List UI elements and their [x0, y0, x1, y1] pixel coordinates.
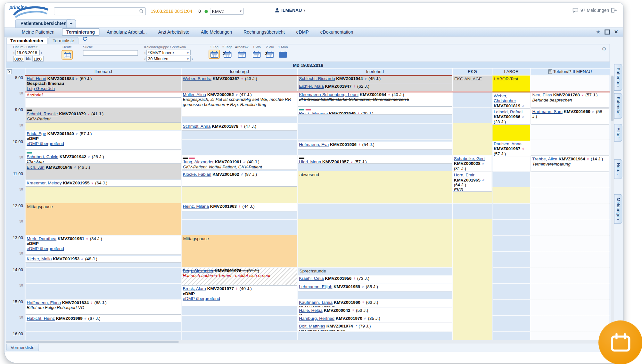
column-header-telefon-p-ilmenau[interactable]: Telefon/P-ILMENAU	[530, 69, 609, 75]
patient-link[interactable]: Habicht, Heinz	[27, 316, 55, 320]
patient-link[interactable]: Eich, Juri	[27, 165, 44, 169]
menu-item-arzt-arbeitsliste[interactable]: Arzt Arbeitsliste	[152, 29, 195, 36]
side-tab-neu[interactable]: Neu...	[614, 159, 622, 179]
favorite-icon[interactable]: ★	[596, 29, 601, 35]
patient-link[interactable]: Horn, Emir	[454, 172, 474, 177]
patient-link[interactable]: Lehmaenn, Elijah	[299, 284, 332, 289]
appointment-schubert-calvin[interactable]: Schubert, Calvin KMVZ001942 ♂ (28 J.)Che…	[25, 150, 181, 164]
menu-item-edmp[interactable]: eDMP	[291, 29, 315, 36]
appointment-habicht-heinz[interactable]: Habicht, Heinz KMVZ001969 ♂ (67 J.)	[25, 315, 181, 322]
view-1-wo-button[interactable]	[251, 50, 262, 59]
scrollbar-thumb[interactable]	[6, 341, 178, 343]
side-tab-patienten[interactable]: Patienten	[614, 64, 622, 91]
side-tab-meldungen[interactable]: Meldungen	[614, 194, 622, 223]
tab-patientenuebersichten[interactable]: Patientenübersichten	[15, 19, 72, 28]
appointment-klocke-fabian[interactable]: Klocke, Fabian KMVZ001962 ♂ (87 J.)	[182, 171, 297, 187]
appointment-schlecht-riccardo[interactable]: Schlecht, Riccardo KMVZ001944 ♂ (45 J.)	[298, 76, 452, 83]
column-iserlohn-i[interactable]: abwesendSprechstundeSchlecht, Riccardo K…	[297, 75, 452, 340]
appointment-kaufmann-tamia[interactable]: Kaufmann, Tamia KMVZ001960 ♀ (63 J.)NEU …	[298, 299, 452, 308]
appointment-trebbe-alica[interactable]: Trebbe, Alica KMVZ001964 ♀ (14 J.)Termin…	[531, 156, 609, 172]
patient-link[interactable]: Kleemaenn-Schoenberg, Leoni	[299, 92, 358, 97]
refresh-icon[interactable]	[82, 36, 87, 43]
today-button[interactable]	[62, 50, 73, 59]
appointment-neu-elias[interactable]: Neu, Elias KMVZ001768 ♀ (57 J.)Befunde b…	[531, 92, 609, 108]
calendar-group-select[interactable]: *KMVZ Innere∨	[146, 50, 191, 55]
subtab-terminliste[interactable]: Terminliste	[48, 37, 78, 44]
view-2-wo-button[interactable]: 2	[264, 50, 276, 59]
appointment-eich-juri[interactable]: Eich, Juri KMVZ001946 ♂ (46 J.)	[25, 164, 181, 179]
appointment-hamburg-herfried[interactable]: Hamburg, Herfried KMVZ001970 ♂ (35 J.)	[298, 315, 452, 323]
patient-link[interactable]: Schabulke, Gert	[454, 156, 485, 161]
appointment-weber-sandra[interactable]: Weber, Sandra KMVZ000367 ♀ (43 J.)	[182, 76, 297, 91]
add-tab-button[interactable]: +	[66, 19, 76, 28]
appointment-jung-alexander[interactable]: Jung, Alexander KMVZ001961 ♂ (40 J.)GKV-…	[182, 156, 297, 170]
patient-link[interactable]: Bolt, Matthias	[299, 323, 325, 328]
column-header-ekg[interactable]: EKG	[452, 69, 492, 75]
appointment-hof-henri[interactable]: Hof, Henri KMVZ001884 ♂ (69 J.)Gespräch …	[25, 76, 181, 91]
patient-link[interactable]: Kaufmann, Tamia	[299, 300, 333, 304]
appointment-heinz-milana[interactable]: Heinz, Milana KMVZ001963 ♀ (44 J.)	[182, 203, 297, 212]
patient-link[interactable]: Schubert, Calvin	[27, 154, 58, 159]
patient-link[interactable]: Paulsen, Anna	[494, 141, 522, 146]
patient-link[interactable]: Frick, Ege	[27, 131, 46, 136]
column-header-ilmenau-i[interactable]: Ilmenau.I	[25, 69, 181, 75]
menu-item-meine-patienten[interactable]: Meine Patienten	[16, 29, 60, 36]
patient-link[interactable]: Neu, Elias	[532, 92, 552, 97]
group-prev-button[interactable]: ‹	[144, 50, 145, 55]
patient-link[interactable]: Halle, Helga	[299, 308, 322, 313]
patient-link[interactable]: Müller, Alina	[183, 92, 206, 97]
appointment-merk-dorothea[interactable]: Merk, Dorothea KMVZ001951 ♀ (34 J.)eDMPe…	[25, 236, 181, 255]
patient-link[interactable]: Leibold, Rafael	[494, 109, 523, 114]
new-appointment-fab[interactable]	[598, 320, 642, 364]
patient-link[interactable]: Hofmaenn, Eva	[299, 142, 329, 147]
expand-gutter-button[interactable]	[7, 69, 12, 74]
patient-link[interactable]: Hof, Henri	[27, 76, 46, 81]
appointment-lehmaenn-elijah[interactable]: Lehmaenn, Elijah KMVZ001959 ♂ (85 J.)	[298, 284, 452, 291]
patient-link[interactable]: Schmid, Rosalie	[27, 111, 58, 116]
appointment-weber-christopher[interactable]: Weber, Christopher KMVZ001819 ♂ (28 J.)	[492, 93, 530, 109]
close-icon[interactable]: ✕	[614, 29, 618, 35]
patient-link[interactable]: Weber, Sandra	[183, 76, 212, 81]
maximize-icon[interactable]	[605, 29, 610, 34]
appointment-rieck-meryem[interactable]: Rieck, Meryem KMVZ001949 ♀ (20 J.)	[298, 107, 452, 115]
appointment-kleber-mailo[interactable]: Kleber, Mailo KMVZ001953 ♂ (48 J.)	[25, 256, 181, 263]
patient-link[interactable]: Kraeemer, Melody	[27, 180, 62, 185]
side-tab-kalender[interactable]: Kalender	[614, 93, 622, 119]
menu-item-ambulanz-arbeitsl[interactable]: Ambulanz Arbeitsl...	[101, 29, 152, 36]
vertical-scrollbar[interactable]	[611, 75, 614, 340]
appointment-arztbrief[interactable]: Arztbrief	[25, 92, 181, 98]
appointment-schabulke-gert[interactable]: Schabulke, Gert KMVZ000028 ♂ (81 J.)	[453, 156, 492, 172]
date-prev-button[interactable]: ‹	[13, 50, 14, 55]
time-to-input[interactable]	[32, 56, 44, 61]
patient-link[interactable]: Eichler, Maja	[299, 84, 324, 89]
view-1-mon-button[interactable]	[277, 50, 289, 59]
appointment-kleemaenn-schoenberg-leoni[interactable]: Kleemaenn-Schoenberg, Leoni KMVZ001954 ♀…	[298, 92, 452, 107]
appointment-brock-alara[interactable]: Brock, Alara KMVZ001977 ♀ (40 J.)eDMPeDM…	[182, 286, 297, 306]
appointment-paulsen-anna[interactable]: Paulsen, Anna KMVZ001967 ♀ (57 J.)	[492, 141, 530, 157]
column-ekg[interactable]: EKG ANLAGESchabulke, Gert KMVZ000028 ♂ (…	[452, 75, 492, 340]
appointment-leibold-rafael[interactable]: Leibold, Rafael KMVZ001966 ♂ (28 J.)	[492, 109, 530, 125]
appointment-kraeemer-melody[interactable]: Kraeemer, Melody KMVZ001955 ♀ (64 J.)	[25, 180, 181, 187]
appointment-hartmann-sam[interactable]: Hartmann, Sam KMVZ001669 ♂ (58 J.)	[531, 108, 609, 124]
time-scale-select[interactable]: 30 Minuten∨	[146, 56, 191, 61]
patient-link[interactable]: Berg, Alexander	[183, 268, 214, 273]
date-input[interactable]	[15, 50, 40, 55]
patient-link[interactable]: Kraehl, Celia	[299, 276, 324, 281]
patient-link[interactable]: Hamburg, Herfried	[299, 316, 334, 320]
menu-item-rechnungsubersicht[interactable]: Rechnungsübersicht	[238, 29, 290, 36]
column-ilmenau-i[interactable]: MittagspauseHof, Henri KMVZ001884 ♂ (69 …	[25, 75, 181, 340]
appointment-bolt-matthias[interactable]: Bolt, Matthias KMVZ001974 ♂ (79 J.)Pneum…	[298, 323, 452, 331]
column-labor[interactable]: LABOR-TestWeber, Christopher KMVZ001819 …	[492, 75, 530, 340]
appointment-hoffmaenn-fiona[interactable]: Hoffmaenn, Fiona KMVZ001634 ♀ (68 J.)Bit…	[25, 300, 181, 315]
appointment-horn-emir[interactable]: Horn, Emir KMVZ001965 ♂ (64 J.)EKG	[453, 172, 492, 192]
appointment-eichler-maja[interactable]: Eichler, Maja KMVZ001947 ♀ (62 J.)	[298, 83, 452, 91]
side-tab-filter[interactable]: Filter	[614, 124, 622, 142]
messages-indicator[interactable]: 97 Meldungen	[573, 8, 617, 12]
view-1-tag-button[interactable]	[209, 50, 220, 59]
patient-link[interactable]: Weber, Christopher	[494, 93, 516, 103]
column-header-isenburg-i[interactable]: Isenburg.I	[181, 69, 297, 75]
subtab-terminkalender[interactable]: Terminkalender	[6, 37, 48, 44]
patient-link[interactable]: Kleber, Mailo	[27, 256, 52, 261]
scrollbar-thumb[interactable]	[611, 76, 614, 121]
appointment-schmid-rosalie[interactable]: Schmid, Rosalie KMVZ001879 ♀ (41 J.)GKV-…	[25, 108, 181, 123]
